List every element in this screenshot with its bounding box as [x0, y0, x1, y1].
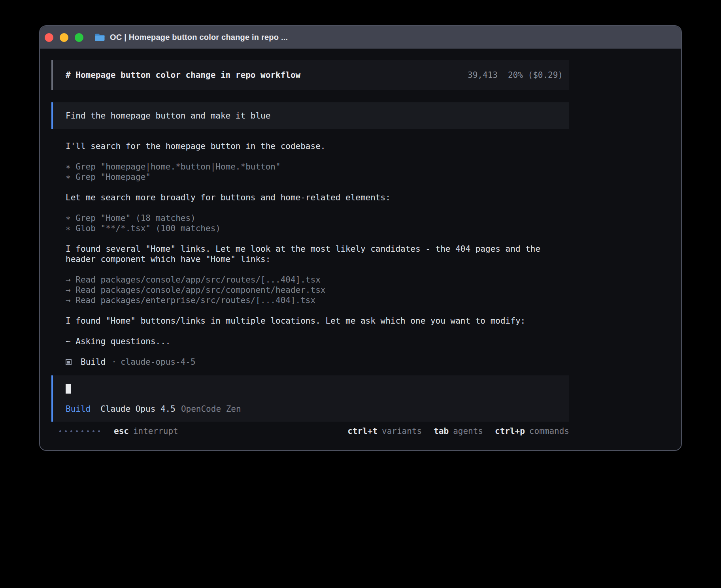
- token-count: 39,413: [468, 70, 498, 80]
- ctrl-p-key-hint: ctrl+p: [495, 426, 525, 436]
- line-spacer: [66, 264, 569, 275]
- prompt-input[interactable]: Build Claude Opus 4.5 OpenCode Zen: [51, 375, 569, 422]
- session-title: # Homepage button color change in repo w…: [66, 70, 300, 80]
- tool-call: ∗ Grep "Home" (18 matches): [66, 213, 569, 223]
- tab-key-label: agents: [453, 426, 483, 436]
- tool-call: → Read packages/enterprise/src/routes/[.…: [66, 295, 569, 305]
- user-message: Find the homepage button and make it blu…: [51, 102, 569, 129]
- line-spacer: [66, 182, 569, 192]
- tool-call: ∗ Grep "homepage|home.*button|Home.*butt…: [66, 162, 569, 172]
- agent-square-icon: [66, 359, 72, 365]
- line-spacer: [66, 203, 569, 213]
- ctrl-t-key-label: variants: [382, 426, 422, 436]
- tool-call: → Read packages/console/app/src/routes/[…: [66, 275, 569, 285]
- assistant-text: I found "Home" buttons/links in multiple…: [66, 316, 569, 326]
- tab-key-hint: tab: [434, 426, 449, 436]
- line-spacer: [66, 347, 569, 357]
- titlebar[interactable]: OC | Homepage button color change in rep…: [40, 26, 681, 49]
- assistant-text: I'll search for the homepage button in t…: [66, 141, 569, 151]
- assistant-text: Let me search more broadly for buttons a…: [66, 192, 569, 203]
- agent-mode-label[interactable]: Build: [66, 404, 91, 414]
- tool-call: ∗ Grep "Homepage": [66, 172, 569, 182]
- assistant-status-text: ~ Asking questions...: [66, 336, 569, 347]
- context-cost: 20% ($0.29): [508, 70, 563, 80]
- folder-icon: [94, 33, 105, 41]
- input-provider-label: OpenCode Zen: [181, 404, 241, 414]
- input-line[interactable]: [66, 383, 563, 394]
- shortcut-variants: ctrl+t variants: [347, 426, 422, 436]
- esc-key-hint: esc: [114, 426, 129, 436]
- session-header: # Homepage button color change in repo w…: [51, 60, 569, 90]
- line-spacer: [66, 151, 569, 162]
- traffic-lights: [45, 33, 83, 42]
- user-message-text: Find the homepage button and make it blu…: [66, 111, 563, 121]
- statusbar: esc interrupt ctrl+t variants tab agents…: [51, 426, 569, 436]
- spinner-dots: [59, 430, 100, 432]
- assistant-text: I found several "Home" links. Let me loo…: [66, 244, 569, 264]
- line-spacer: [66, 326, 569, 336]
- model-name: claude-opus-4-5: [121, 357, 196, 367]
- terminal-window: OC | Homepage button color change in rep…: [39, 25, 682, 451]
- zoom-button[interactable]: [75, 33, 83, 42]
- agent-name: Build: [81, 357, 106, 367]
- agent-status-line: Build · claude-opus-4-5: [66, 357, 569, 367]
- close-button[interactable]: [45, 33, 53, 42]
- minimize-button[interactable]: [60, 33, 68, 42]
- separator-dot: ·: [111, 357, 117, 367]
- session-stats: 39,413 20% ($0.29): [468, 70, 563, 80]
- terminal-content: # Homepage button color change in repo w…: [51, 49, 569, 436]
- conversation: I'll search for the homepage button in t…: [66, 141, 569, 367]
- ctrl-p-key-label: commands: [529, 426, 569, 436]
- line-spacer: [66, 234, 569, 244]
- shortcut-commands: ctrl+p commands: [495, 426, 569, 436]
- shortcut-agents: tab agents: [434, 426, 483, 436]
- text-cursor: [66, 384, 71, 394]
- ctrl-t-key-hint: ctrl+t: [347, 426, 377, 436]
- window-title: OC | Homepage button color change in rep…: [110, 33, 288, 42]
- line-spacer: [66, 394, 563, 404]
- input-model-label: Claude Opus 4.5: [100, 404, 176, 414]
- tool-call: ∗ Glob "**/*.tsx" (100 matches): [66, 223, 569, 234]
- esc-key-label: interrupt: [133, 426, 178, 436]
- input-status-row: Build Claude Opus 4.5 OpenCode Zen: [66, 404, 563, 414]
- line-spacer: [66, 305, 569, 316]
- tool-call: → Read packages/console/app/src/componen…: [66, 285, 569, 295]
